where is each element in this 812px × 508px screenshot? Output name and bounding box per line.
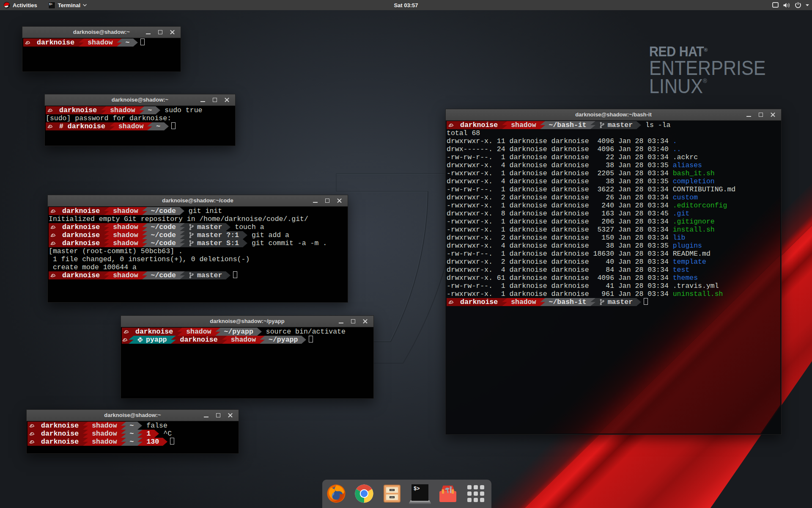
svg-text:$>: $> (414, 486, 420, 492)
